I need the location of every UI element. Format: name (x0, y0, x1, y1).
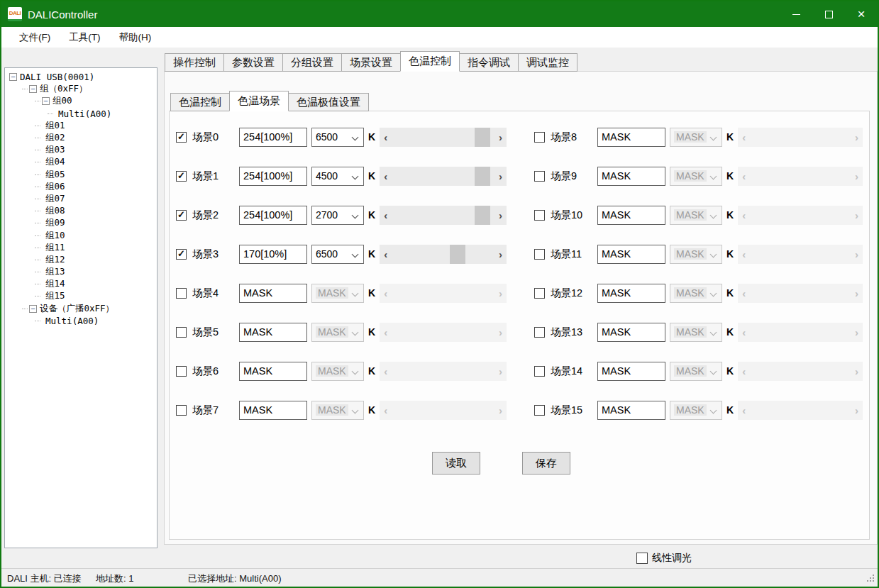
scroll-right-icon[interactable]: › (494, 284, 507, 303)
scroll-left-icon[interactable]: ‹ (380, 128, 392, 147)
temp-scrollbar[interactable]: ‹ › (738, 284, 863, 303)
scene-level-input[interactable] (597, 167, 665, 186)
scene-level-input[interactable] (239, 128, 307, 147)
tree-expander-icon[interactable]: − (29, 85, 37, 93)
sub-tab[interactable]: 色温极值设置 (288, 93, 369, 111)
scroll-right-icon[interactable]: › (851, 362, 863, 381)
scroll-left-icon[interactable]: ‹ (380, 245, 392, 264)
scene-temp-select[interactable]: 6500 (311, 128, 364, 147)
temp-scrollbar[interactable]: ‹ › (380, 323, 507, 342)
scroll-right-icon[interactable]: › (851, 245, 863, 264)
scroll-right-icon[interactable]: › (494, 206, 507, 225)
scroll-left-icon[interactable]: ‹ (738, 167, 750, 186)
tree-item[interactable]: 组10 (5, 229, 157, 241)
scroll-left-icon[interactable]: ‹ (738, 284, 750, 303)
scroll-right-icon[interactable]: › (494, 167, 507, 186)
tree-expander-icon[interactable]: − (42, 97, 50, 105)
temp-scrollbar[interactable]: ‹ › (380, 284, 507, 303)
scroll-right-icon[interactable]: › (494, 401, 507, 420)
tree-item[interactable]: 组05 (5, 169, 157, 181)
scene-checkbox[interactable] (534, 249, 545, 260)
tree-item[interactable]: 组01 (5, 120, 157, 132)
tree-item[interactable]: 组03 (5, 144, 157, 156)
tree-item[interactable]: 组07 (5, 193, 157, 205)
temp-scrollbar[interactable]: ‹ › (738, 167, 863, 186)
tree-item[interactable]: 组04 (5, 156, 157, 168)
scene-level-input[interactable] (239, 167, 307, 186)
main-tab[interactable]: 操作控制 (165, 53, 224, 72)
scene-level-input[interactable] (597, 128, 665, 147)
scroll-left-icon[interactable]: ‹ (738, 323, 750, 342)
main-tab[interactable]: 色温控制 (400, 51, 460, 72)
scene-level-input[interactable] (597, 323, 665, 342)
tree-item[interactable]: − DALI USB(0001) (5, 71, 157, 83)
tree-expander-icon[interactable]: − (29, 305, 37, 313)
scroll-left-icon[interactable]: ‹ (380, 323, 392, 342)
main-tab[interactable]: 指令调试 (459, 53, 519, 72)
scene-checkbox[interactable] (534, 327, 545, 338)
temp-scrollbar[interactable]: ‹ › (380, 206, 507, 225)
tree-item[interactable]: 组15 (5, 290, 157, 302)
scene-temp-select[interactable]: MASK (670, 362, 722, 381)
scene-level-input[interactable] (239, 245, 307, 264)
scene-level-input[interactable] (239, 284, 307, 303)
scene-temp-select[interactable]: 4500 (311, 167, 364, 186)
tree-item[interactable]: 组02 (5, 132, 157, 144)
tree-expander-icon[interactable]: − (9, 73, 17, 81)
temp-scrollbar[interactable]: ‹ › (738, 362, 863, 381)
read-button[interactable]: 读取 (432, 452, 480, 475)
scene-checkbox[interactable] (176, 405, 187, 416)
scene-checkbox[interactable]: ✓ (176, 210, 187, 221)
scene-checkbox[interactable]: ✓ (176, 249, 187, 260)
scroll-left-icon[interactable]: ‹ (738, 401, 750, 420)
scroll-right-icon[interactable]: › (851, 167, 863, 186)
scene-temp-select[interactable]: MASK (311, 401, 364, 420)
scroll-left-icon[interactable]: ‹ (380, 401, 392, 420)
scene-temp-select[interactable]: 2700 (311, 206, 364, 225)
scene-checkbox[interactable]: ✓ (176, 171, 187, 182)
menu-item[interactable]: 工具(T) (60, 27, 109, 48)
scene-level-input[interactable] (239, 401, 307, 420)
scene-temp-select[interactable]: MASK (670, 245, 722, 264)
scroll-right-icon[interactable]: › (494, 128, 507, 147)
scroll-left-icon[interactable]: ‹ (738, 245, 750, 264)
tree-item[interactable]: 组09 (5, 217, 157, 229)
temp-scrollbar[interactable]: ‹ › (380, 401, 507, 420)
tree-item[interactable]: 组13 (5, 266, 157, 278)
scene-checkbox[interactable] (534, 210, 545, 221)
scene-checkbox[interactable] (534, 288, 545, 299)
tree-item[interactable]: 组14 (5, 278, 157, 290)
scroll-thumb[interactable] (450, 245, 465, 264)
scene-temp-select[interactable]: MASK (311, 323, 364, 342)
tree-item[interactable]: Multi(A00) (5, 315, 157, 327)
temp-scrollbar[interactable]: ‹ › (738, 401, 863, 420)
scroll-thumb[interactable] (475, 206, 490, 225)
scene-checkbox[interactable] (176, 327, 187, 338)
minimize-button[interactable] (780, 1, 812, 27)
scroll-right-icon[interactable]: › (494, 245, 507, 264)
temp-scrollbar[interactable]: ‹ › (380, 128, 507, 147)
tree-item[interactable]: − 设备（广播0xFF） (5, 303, 157, 315)
scroll-left-icon[interactable]: ‹ (380, 206, 392, 225)
scroll-right-icon[interactable]: › (851, 206, 863, 225)
scroll-thumb[interactable] (475, 128, 490, 147)
temp-scrollbar[interactable]: ‹ › (380, 167, 507, 186)
tree-item[interactable]: 组11 (5, 242, 157, 254)
scroll-left-icon[interactable]: ‹ (380, 362, 392, 381)
scene-checkbox[interactable] (534, 405, 545, 416)
scene-temp-select[interactable]: MASK (311, 284, 364, 303)
temp-scrollbar[interactable]: ‹ › (738, 128, 863, 147)
menu-item[interactable]: 文件(F) (10, 27, 60, 48)
scene-checkbox[interactable] (176, 366, 187, 377)
scroll-right-icon[interactable]: › (851, 284, 863, 303)
scene-level-input[interactable] (597, 284, 665, 303)
main-tab[interactable]: 分组设置 (282, 53, 342, 72)
tree-item[interactable]: 组06 (5, 181, 157, 193)
scroll-left-icon[interactable]: ‹ (738, 362, 750, 381)
scene-checkbox[interactable] (534, 366, 545, 377)
scroll-right-icon[interactable]: › (851, 401, 863, 420)
scene-temp-select[interactable]: MASK (670, 401, 722, 420)
tree-item[interactable]: 组12 (5, 254, 157, 266)
scene-temp-select[interactable]: MASK (670, 323, 722, 342)
scene-temp-select[interactable]: MASK (311, 362, 364, 381)
